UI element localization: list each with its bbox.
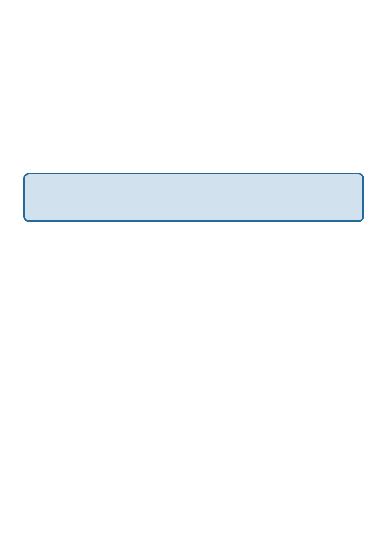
- rounded-rectangle-shape: [23, 173, 364, 222]
